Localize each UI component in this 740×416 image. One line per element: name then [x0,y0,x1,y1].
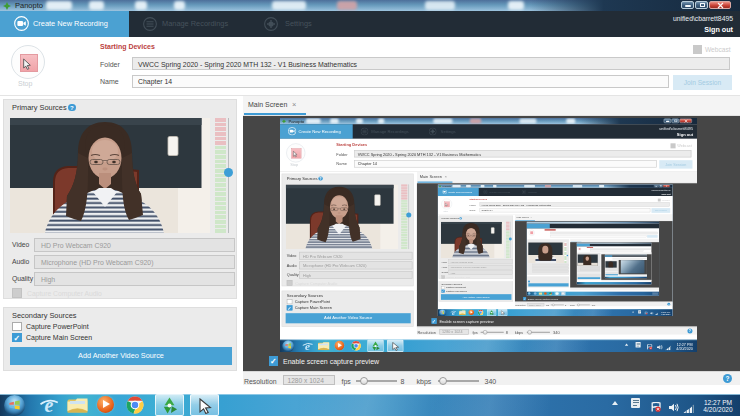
svg-text:e: e [45,395,54,415]
svg-text:e: e [305,340,310,351]
svg-text:e: e [451,310,454,316]
